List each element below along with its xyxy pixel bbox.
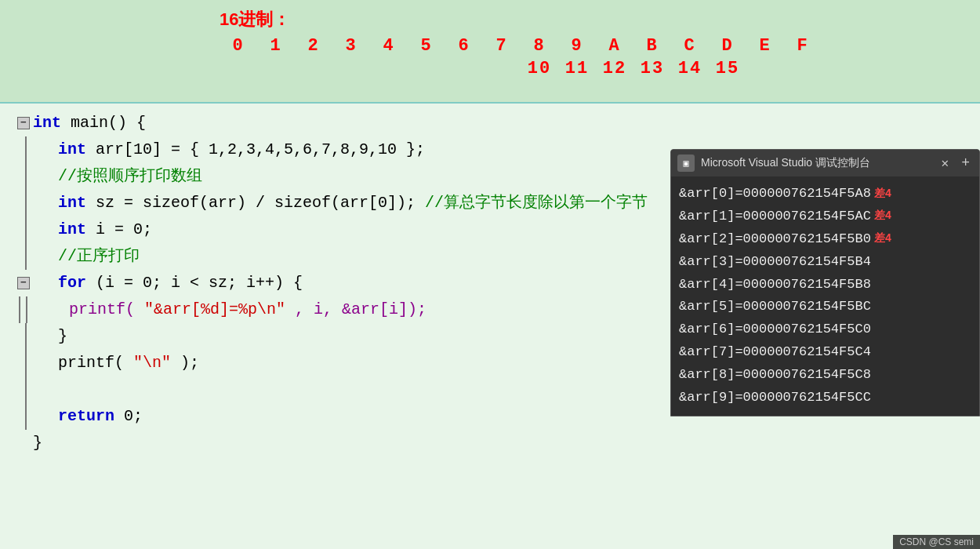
line-gutter-6 (6, 243, 30, 270)
debug-icon: ▣ (677, 155, 695, 172)
return-val: 0; (124, 407, 143, 425)
debug-addr-6: &arr[6]=000000762154F5C0 (679, 318, 871, 341)
comment-2: //算总字节长度除以第一个字节 (425, 194, 648, 212)
printf-newline-close: ); (180, 354, 199, 372)
printf-fmt: "&arr[%d]=%p\n" (144, 300, 285, 318)
debug-line-4: &arr[4]=000000762154F5B8 (679, 274, 971, 296)
diff-label-0: 差4 (874, 185, 891, 204)
line-content-13: } (30, 430, 980, 456)
diff-label-1: 差4 (874, 207, 891, 226)
debug-line-6: &arr[6]=000000762154F5C0 (679, 318, 971, 341)
printf-newline-str: "\n" (133, 354, 171, 372)
fold-minus-1[interactable]: − (17, 117, 30, 129)
hex-row2: 10 11 12 13 14 15 (220, 59, 980, 78)
line-gutter-5 (6, 216, 30, 243)
arr-decl: arr[10] = { 1,2,3,4,5,6,7,8,9,10 }; (96, 140, 425, 158)
line-gutter-10 (6, 350, 30, 376)
debug-line-3: &arr[3]=000000762154F5B4 (679, 251, 971, 274)
debug-addr-4: &arr[4]=000000762154F5B8 (679, 274, 871, 296)
printf-newline: printf( (58, 354, 124, 372)
debug-addr-5: &arr[5]=000000762154F5BC (679, 296, 871, 318)
debug-line-5: &arr[5]=000000762154F5BC (679, 296, 971, 318)
code-line-1: − int main() { (6, 110, 980, 136)
debug-addr-8: &arr[8]=000000762154F5C8 (679, 364, 871, 387)
diff-label-2: 差4 (874, 230, 891, 249)
hex-row1: 0 1 2 3 4 5 6 7 8 9 A B C D E F (220, 36, 980, 56)
line-gutter-4 (6, 190, 30, 216)
vbar-5 (25, 216, 27, 243)
debug-header: ▣ Microsoft Visual Studio 调试控制台 ✕ + (671, 150, 979, 176)
debug-addr-2: &arr[2]=000000762154F5B0 (679, 228, 871, 251)
debug-line-0: &arr[0]=000000762154F5A8 差4 (679, 183, 971, 205)
keyword-int-sz: int (58, 194, 86, 212)
debug-line-2: &arr[2]=000000762154F5B0 差4 (679, 228, 971, 251)
vbar-3 (25, 163, 27, 190)
keyword-for: for (58, 274, 86, 292)
hex-title: 16进制： (220, 8, 980, 31)
debug-addr-7: &arr[7]=000000762154F5C4 (679, 341, 871, 364)
keyword-int-main: int (33, 114, 61, 132)
debug-close-button[interactable]: ✕ (938, 155, 953, 171)
line-gutter-8 (6, 296, 30, 323)
comment-3: //正序打印 (58, 247, 140, 265)
keyword-int-arr: int (58, 140, 86, 158)
line-gutter-3 (6, 163, 30, 190)
debug-addr-3: &arr[3]=000000762154F5B4 (679, 251, 871, 274)
vbar-4 (25, 190, 27, 216)
sz-decl: sz = sizeof(arr) / sizeof(arr[0]); (96, 194, 425, 212)
line-gutter-1: − (6, 117, 30, 129)
line-gutter-11 (6, 376, 30, 403)
vbar-9 (25, 323, 27, 350)
vbar-2 (25, 136, 27, 163)
keyword-return: return (58, 407, 114, 425)
debug-line-9: &arr[9]=000000762154F5CC (679, 387, 971, 409)
vbar-8a (19, 296, 20, 323)
printf-args: , i, &arr[i]); (295, 300, 426, 318)
debug-content: &arr[0]=000000762154F5A8 差4 &arr[1]=0000… (671, 176, 979, 416)
bottom-bar: CSDN @CS semi (893, 535, 980, 549)
vbar-6 (25, 243, 27, 270)
closing-brace-for: } (58, 327, 67, 345)
fold-minus-2[interactable]: − (17, 277, 30, 289)
line-gutter-12 (6, 403, 30, 430)
line-content-1: int main() { (30, 110, 980, 136)
for-sig: (i = 0; i < sz; i++) { (96, 274, 303, 292)
debug-panel: ▣ Microsoft Visual Studio 调试控制台 ✕ + &arr… (670, 149, 980, 416)
i-decl: i = 0; (96, 220, 152, 238)
debug-addr-1: &arr[1]=000000762154F5AC (679, 205, 871, 228)
main-sig: main() { (71, 114, 146, 132)
vbar-12 (25, 403, 27, 430)
debug-addr-9: &arr[9]=000000762154F5CC (679, 387, 871, 409)
printf-call: printf( (69, 300, 135, 318)
hex-annotation: 16进制： 0 1 2 3 4 5 6 7 8 9 A B C D E F 10… (0, 0, 980, 102)
debug-add-button[interactable]: + (958, 155, 973, 171)
line-gutter-2 (6, 136, 30, 163)
closing-brace-main: } (33, 434, 42, 452)
debug-line-1: &arr[1]=000000762154F5AC 差4 (679, 205, 971, 228)
line-gutter-9 (6, 323, 30, 350)
code-line-13: } (6, 430, 980, 456)
bottom-bar-text: CSDN @CS semi (899, 536, 974, 547)
debug-line-7: &arr[7]=000000762154F5C4 (679, 341, 971, 364)
line-gutter-7: − (6, 277, 30, 289)
debug-line-8: &arr[8]=000000762154F5C8 (679, 364, 971, 387)
debug-title: Microsoft Visual Studio 调试控制台 (701, 156, 932, 170)
keyword-int-i: int (58, 220, 86, 238)
comment-1: //按照顺序打印数组 (58, 167, 202, 185)
vbar-11 (25, 376, 27, 403)
debug-addr-0: &arr[0]=000000762154F5A8 (679, 183, 871, 205)
vbar-10 (25, 350, 27, 376)
